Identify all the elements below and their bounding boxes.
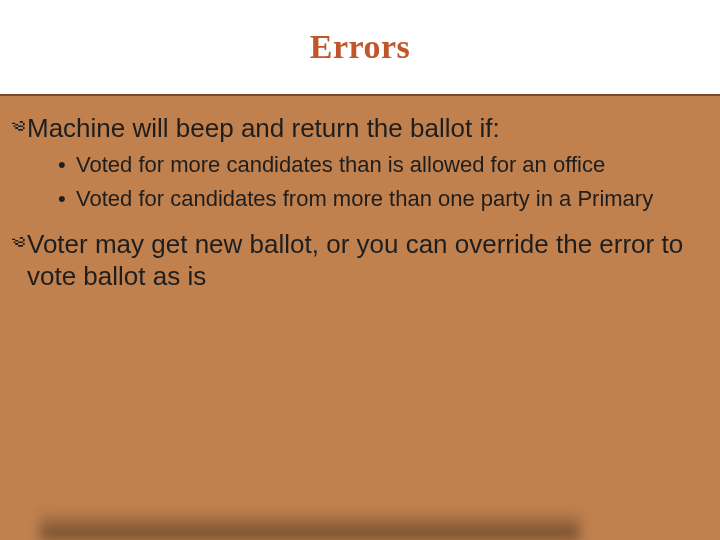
curl-bullet-icon: ༄ — [12, 228, 25, 260]
bullet-level2: • Voted for candidates from more than on… — [58, 184, 700, 214]
sub-bullet-text: Voted for more candidates than is allowe… — [76, 150, 605, 180]
dot-bullet-icon: • — [58, 150, 76, 180]
bullet-text: Machine will beep and return the ballot … — [27, 112, 500, 144]
slide: Errors ༄ Machine will beep and return th… — [0, 0, 720, 540]
slide-title: Errors — [310, 28, 411, 66]
curl-bullet-icon: ༄ — [12, 112, 25, 144]
footer-shadow — [40, 510, 580, 540]
dot-bullet-icon: • — [58, 184, 76, 214]
bullet-level2: • Voted for more candidates than is allo… — [58, 150, 700, 180]
sub-bullet-group: • Voted for more candidates than is allo… — [58, 150, 700, 214]
sub-bullet-text: Voted for candidates from more than one … — [76, 184, 653, 214]
title-band: Errors — [0, 0, 720, 96]
bullet-level1: ༄ Machine will beep and return the ballo… — [12, 112, 700, 144]
slide-body: ༄ Machine will beep and return the ballo… — [12, 112, 700, 298]
bullet-level1: ༄ Voter may get new ballot, or you can o… — [12, 228, 700, 292]
bullet-text: Voter may get new ballot, or you can ove… — [27, 228, 700, 292]
